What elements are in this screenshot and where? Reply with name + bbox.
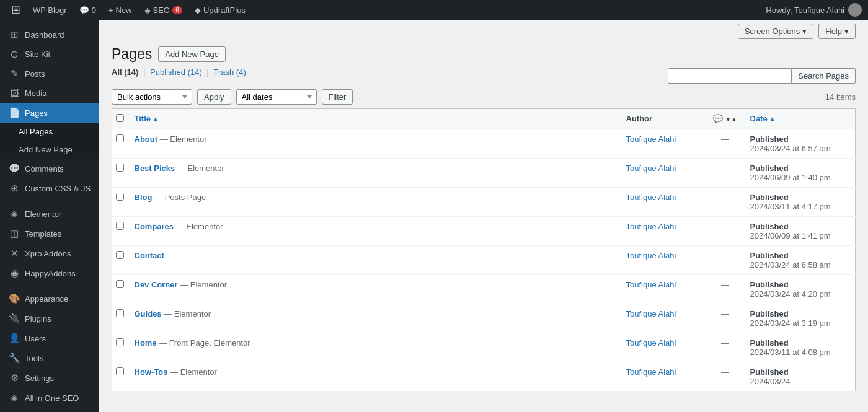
page-title-link[interactable]: Guides [135,309,162,318]
row-checkbox[interactable] [116,193,124,201]
row-checkbox[interactable] [116,222,124,230]
page-title-link[interactable]: Best Picks [135,164,175,173]
sidebar-item-pages[interactable]: 📄 Pages [0,103,99,123]
row-author-cell: Toufique Alahi [620,187,707,216]
table-row: Best Picks — Elementor Toufique Alahi — … [112,158,856,187]
search-pages-button[interactable]: Search Pages [792,68,856,84]
sidebar-label-aioseo: All in One SEO [25,393,79,403]
sidebar-label-posts: Posts [25,69,45,79]
row-checkbox-cell [112,362,128,391]
sidebar-label-appearance: Appearance [25,294,68,304]
author-link[interactable]: Toufique Alahi [626,222,676,231]
sidebar-item-posts[interactable]: ✎ Posts [0,64,99,84]
author-link[interactable]: Toufique Alahi [626,280,676,289]
sidebar-item-sitekit[interactable]: G Site Kit [0,45,99,64]
author-link[interactable]: Toufique Alahi [626,251,676,260]
bulk-actions-select[interactable]: Bulk actions [112,89,192,105]
row-checkbox-cell [112,187,128,216]
comment-count: — [721,193,729,202]
avatar [848,3,862,17]
row-author-cell: Toufique Alahi [620,362,707,391]
help-button[interactable]: Help ▾ [818,24,856,39]
sidebar-label-xpro-addons: Xpro Addons [25,249,71,258]
apply-button[interactable]: Apply [197,89,231,105]
adminbar-logo[interactable]: ⊞ [6,0,25,20]
sidebar-item-dashboard[interactable]: ⊞ Dashboard [0,25,99,45]
tools-icon: 🔧 [9,353,20,364]
page-title-link[interactable]: Dev Corner [135,280,178,289]
page-title-link[interactable]: How-Tos [135,367,168,377]
sidebar-item-custom-css-js[interactable]: ⊕ Custom CSS & JS [0,178,99,198]
row-checkbox[interactable] [116,338,124,346]
date-status: Published [750,367,849,377]
date-sort-icon: ▲ [769,115,776,122]
date-sort-link[interactable]: Date ▲ [750,114,849,123]
page-title-link[interactable]: Compares [135,222,174,231]
adminbar-site-name[interactable]: WP Blogr [28,0,72,20]
sidebar-item-tools[interactable]: 🔧 Tools [0,348,99,368]
item-count: 14 items [825,92,856,102]
sidebar-item-aioseo[interactable]: ◈ All in One SEO [0,388,99,408]
sidebar-item-happyaddons[interactable]: ◉ HappyAddons [0,263,99,283]
search-input[interactable] [668,68,792,84]
author-link[interactable]: Toufique Alahi [626,193,676,202]
filter-published[interactable]: Published (14) [150,68,202,77]
adminbar-comments[interactable]: 💬 0 [74,0,101,20]
filter-trash[interactable]: Trash (4) [213,68,246,77]
sidebar-item-appearance[interactable]: 🎨 Appearance [0,289,99,309]
seo-label: SEO [153,6,170,15]
page-title-link[interactable]: Contact [135,251,164,260]
dates-filter-select[interactable]: All dates [236,89,317,105]
sidebar-item-settings[interactable]: ⚙ Settings [0,368,99,388]
col-header-author: Author [620,108,707,129]
date-value: 2024/06/09 at 1:40 pm [750,173,831,182]
author-link[interactable]: Toufique Alahi [626,134,676,144]
comment-count: — [721,338,729,348]
appearance-icon: 🎨 [9,293,20,304]
row-author-cell: Toufique Alahi [620,274,707,304]
submenu-all-pages[interactable]: All Pages [0,123,99,141]
sidebar-item-users[interactable]: 👤 Users [0,328,99,348]
settings-icon: ⚙ [9,372,20,384]
happy-icon: ◉ [9,268,20,279]
row-checkbox-cell [112,245,128,274]
author-link[interactable]: Toufique Alahi [626,367,676,377]
author-link[interactable]: Toufique Alahi [626,338,676,348]
pages-icon: 📄 [9,107,20,118]
author-link[interactable]: Toufique Alahi [626,164,676,173]
row-checkbox[interactable] [116,309,124,317]
page-title-link[interactable]: Blog [135,193,153,202]
add-new-page-button[interactable]: Add New Page [158,46,226,62]
comments-icon: 💬 [9,163,20,174]
sidebar-item-templates[interactable]: ◫ Templates [0,224,99,243]
table-row: How-Tos — Elementor Toufique Alahi — Pub… [112,362,856,391]
sitekit-icon: G [9,49,20,59]
dashboard-icon: ⊞ [9,29,20,40]
title-sort-link[interactable]: Title ▲ [135,114,614,123]
screen-options-button[interactable]: Screen Options ▾ [738,24,814,39]
submenu-add-new-page[interactable]: Add New Page [0,141,99,159]
sidebar-item-media[interactable]: 🖼 Media [0,84,99,103]
row-checkbox[interactable] [116,280,124,288]
custom-css-icon: ⊕ [9,183,20,194]
sidebar-item-elementor[interactable]: ◈ Elementor [0,204,99,224]
row-checkbox[interactable] [116,164,124,172]
sidebar-item-plugins[interactable]: 🔌 Plugins [0,309,99,328]
select-all-checkbox[interactable] [116,114,124,122]
sidebar-item-comments[interactable]: 💬 Comments [0,159,99,178]
row-checkbox[interactable] [116,367,124,375]
sidebar-item-xpro-addons[interactable]: ✕ Xpro Addons [0,243,99,263]
page-title-link[interactable]: About [135,134,158,144]
filter-all[interactable]: All (14) [112,68,138,77]
row-author-cell: Toufique Alahi [620,216,707,245]
adminbar-new[interactable]: + New [104,0,137,20]
row-checkbox-cell [112,274,128,304]
row-title-cell: Contact [128,245,620,274]
adminbar-seo[interactable]: ◈ SEO 6 [140,0,187,20]
row-checkbox[interactable] [116,134,124,142]
author-link[interactable]: Toufique Alahi [626,309,676,318]
page-title-link[interactable]: Home [135,338,157,348]
adminbar-updraftplus[interactable]: ◆ UpdraftPlus [190,0,250,20]
row-checkbox[interactable] [116,251,124,259]
filter-button[interactable]: Filter [322,89,353,105]
